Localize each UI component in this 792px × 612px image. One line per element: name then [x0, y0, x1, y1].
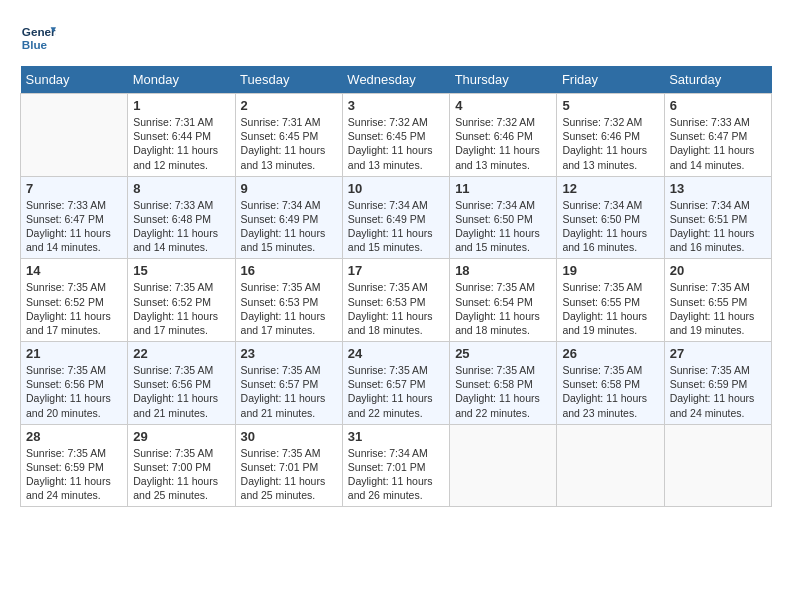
- cell-content: Sunrise: 7:31 AM Sunset: 6:44 PM Dayligh…: [133, 115, 229, 172]
- calendar-cell: [664, 424, 771, 507]
- calendar-cell: 26Sunrise: 7:35 AM Sunset: 6:58 PM Dayli…: [557, 342, 664, 425]
- calendar-cell: 30Sunrise: 7:35 AM Sunset: 7:01 PM Dayli…: [235, 424, 342, 507]
- calendar-cell: 10Sunrise: 7:34 AM Sunset: 6:49 PM Dayli…: [342, 176, 449, 259]
- day-number: 2: [241, 98, 337, 113]
- calendar-cell: 24Sunrise: 7:35 AM Sunset: 6:57 PM Dayli…: [342, 342, 449, 425]
- cell-content: Sunrise: 7:32 AM Sunset: 6:46 PM Dayligh…: [562, 115, 658, 172]
- cell-content: Sunrise: 7:32 AM Sunset: 6:45 PM Dayligh…: [348, 115, 444, 172]
- weekday-header-sunday: Sunday: [21, 66, 128, 94]
- cell-content: Sunrise: 7:33 AM Sunset: 6:48 PM Dayligh…: [133, 198, 229, 255]
- svg-text:Blue: Blue: [22, 38, 48, 51]
- cell-content: Sunrise: 7:35 AM Sunset: 6:55 PM Dayligh…: [562, 280, 658, 337]
- weekday-header-row: SundayMondayTuesdayWednesdayThursdayFrid…: [21, 66, 772, 94]
- cell-content: Sunrise: 7:34 AM Sunset: 6:50 PM Dayligh…: [455, 198, 551, 255]
- cell-content: Sunrise: 7:34 AM Sunset: 6:50 PM Dayligh…: [562, 198, 658, 255]
- cell-content: Sunrise: 7:34 AM Sunset: 7:01 PM Dayligh…: [348, 446, 444, 503]
- calendar-cell: [450, 424, 557, 507]
- calendar-cell: 25Sunrise: 7:35 AM Sunset: 6:58 PM Dayli…: [450, 342, 557, 425]
- calendar-cell: 1Sunrise: 7:31 AM Sunset: 6:44 PM Daylig…: [128, 94, 235, 177]
- calendar-cell: 2Sunrise: 7:31 AM Sunset: 6:45 PM Daylig…: [235, 94, 342, 177]
- calendar-cell: 5Sunrise: 7:32 AM Sunset: 6:46 PM Daylig…: [557, 94, 664, 177]
- day-number: 22: [133, 346, 229, 361]
- cell-content: Sunrise: 7:35 AM Sunset: 6:52 PM Dayligh…: [26, 280, 122, 337]
- day-number: 28: [26, 429, 122, 444]
- day-number: 15: [133, 263, 229, 278]
- logo: General Blue: [20, 20, 56, 56]
- cell-content: Sunrise: 7:35 AM Sunset: 6:52 PM Dayligh…: [133, 280, 229, 337]
- day-number: 16: [241, 263, 337, 278]
- svg-text:General: General: [22, 25, 56, 38]
- calendar-cell: 12Sunrise: 7:34 AM Sunset: 6:50 PM Dayli…: [557, 176, 664, 259]
- cell-content: Sunrise: 7:35 AM Sunset: 6:56 PM Dayligh…: [133, 363, 229, 420]
- calendar-cell: 20Sunrise: 7:35 AM Sunset: 6:55 PM Dayli…: [664, 259, 771, 342]
- cell-content: Sunrise: 7:33 AM Sunset: 6:47 PM Dayligh…: [670, 115, 766, 172]
- day-number: 29: [133, 429, 229, 444]
- day-number: 23: [241, 346, 337, 361]
- week-row-1: 1Sunrise: 7:31 AM Sunset: 6:44 PM Daylig…: [21, 94, 772, 177]
- calendar-cell: 21Sunrise: 7:35 AM Sunset: 6:56 PM Dayli…: [21, 342, 128, 425]
- calendar-cell: 4Sunrise: 7:32 AM Sunset: 6:46 PM Daylig…: [450, 94, 557, 177]
- cell-content: Sunrise: 7:35 AM Sunset: 6:54 PM Dayligh…: [455, 280, 551, 337]
- weekday-header-thursday: Thursday: [450, 66, 557, 94]
- cell-content: Sunrise: 7:31 AM Sunset: 6:45 PM Dayligh…: [241, 115, 337, 172]
- day-number: 21: [26, 346, 122, 361]
- day-number: 31: [348, 429, 444, 444]
- calendar-cell: 27Sunrise: 7:35 AM Sunset: 6:59 PM Dayli…: [664, 342, 771, 425]
- weekday-header-saturday: Saturday: [664, 66, 771, 94]
- cell-content: Sunrise: 7:35 AM Sunset: 6:56 PM Dayligh…: [26, 363, 122, 420]
- calendar-cell: 28Sunrise: 7:35 AM Sunset: 6:59 PM Dayli…: [21, 424, 128, 507]
- cell-content: Sunrise: 7:35 AM Sunset: 6:57 PM Dayligh…: [241, 363, 337, 420]
- calendar-cell: 8Sunrise: 7:33 AM Sunset: 6:48 PM Daylig…: [128, 176, 235, 259]
- cell-content: Sunrise: 7:35 AM Sunset: 7:00 PM Dayligh…: [133, 446, 229, 503]
- day-number: 19: [562, 263, 658, 278]
- calendar-cell: 15Sunrise: 7:35 AM Sunset: 6:52 PM Dayli…: [128, 259, 235, 342]
- calendar-cell: 18Sunrise: 7:35 AM Sunset: 6:54 PM Dayli…: [450, 259, 557, 342]
- cell-content: Sunrise: 7:35 AM Sunset: 6:55 PM Dayligh…: [670, 280, 766, 337]
- logo-icon: General Blue: [20, 20, 56, 56]
- cell-content: Sunrise: 7:35 AM Sunset: 6:58 PM Dayligh…: [455, 363, 551, 420]
- cell-content: Sunrise: 7:32 AM Sunset: 6:46 PM Dayligh…: [455, 115, 551, 172]
- weekday-header-monday: Monday: [128, 66, 235, 94]
- cell-content: Sunrise: 7:33 AM Sunset: 6:47 PM Dayligh…: [26, 198, 122, 255]
- cell-content: Sunrise: 7:35 AM Sunset: 7:01 PM Dayligh…: [241, 446, 337, 503]
- day-number: 12: [562, 181, 658, 196]
- day-number: 13: [670, 181, 766, 196]
- cell-content: Sunrise: 7:35 AM Sunset: 6:53 PM Dayligh…: [241, 280, 337, 337]
- calendar-cell: [557, 424, 664, 507]
- day-number: 17: [348, 263, 444, 278]
- week-row-4: 21Sunrise: 7:35 AM Sunset: 6:56 PM Dayli…: [21, 342, 772, 425]
- day-number: 4: [455, 98, 551, 113]
- calendar-cell: 11Sunrise: 7:34 AM Sunset: 6:50 PM Dayli…: [450, 176, 557, 259]
- cell-content: Sunrise: 7:35 AM Sunset: 6:57 PM Dayligh…: [348, 363, 444, 420]
- calendar-cell: 17Sunrise: 7:35 AM Sunset: 6:53 PM Dayli…: [342, 259, 449, 342]
- calendar-cell: 22Sunrise: 7:35 AM Sunset: 6:56 PM Dayli…: [128, 342, 235, 425]
- cell-content: Sunrise: 7:34 AM Sunset: 6:49 PM Dayligh…: [348, 198, 444, 255]
- calendar-cell: 9Sunrise: 7:34 AM Sunset: 6:49 PM Daylig…: [235, 176, 342, 259]
- day-number: 20: [670, 263, 766, 278]
- page-header: General Blue: [20, 20, 772, 56]
- cell-content: Sunrise: 7:35 AM Sunset: 6:53 PM Dayligh…: [348, 280, 444, 337]
- calendar-cell: 16Sunrise: 7:35 AM Sunset: 6:53 PM Dayli…: [235, 259, 342, 342]
- day-number: 24: [348, 346, 444, 361]
- cell-content: Sunrise: 7:34 AM Sunset: 6:51 PM Dayligh…: [670, 198, 766, 255]
- calendar-cell: 31Sunrise: 7:34 AM Sunset: 7:01 PM Dayli…: [342, 424, 449, 507]
- calendar-cell: 14Sunrise: 7:35 AM Sunset: 6:52 PM Dayli…: [21, 259, 128, 342]
- day-number: 26: [562, 346, 658, 361]
- day-number: 25: [455, 346, 551, 361]
- calendar-cell: 7Sunrise: 7:33 AM Sunset: 6:47 PM Daylig…: [21, 176, 128, 259]
- day-number: 1: [133, 98, 229, 113]
- weekday-header-wednesday: Wednesday: [342, 66, 449, 94]
- calendar-cell: 29Sunrise: 7:35 AM Sunset: 7:00 PM Dayli…: [128, 424, 235, 507]
- cell-content: Sunrise: 7:35 AM Sunset: 6:58 PM Dayligh…: [562, 363, 658, 420]
- weekday-header-friday: Friday: [557, 66, 664, 94]
- cell-content: Sunrise: 7:35 AM Sunset: 6:59 PM Dayligh…: [26, 446, 122, 503]
- day-number: 10: [348, 181, 444, 196]
- calendar-cell: 3Sunrise: 7:32 AM Sunset: 6:45 PM Daylig…: [342, 94, 449, 177]
- week-row-3: 14Sunrise: 7:35 AM Sunset: 6:52 PM Dayli…: [21, 259, 772, 342]
- day-number: 9: [241, 181, 337, 196]
- day-number: 11: [455, 181, 551, 196]
- calendar-cell: [21, 94, 128, 177]
- day-number: 5: [562, 98, 658, 113]
- day-number: 30: [241, 429, 337, 444]
- calendar-cell: 23Sunrise: 7:35 AM Sunset: 6:57 PM Dayli…: [235, 342, 342, 425]
